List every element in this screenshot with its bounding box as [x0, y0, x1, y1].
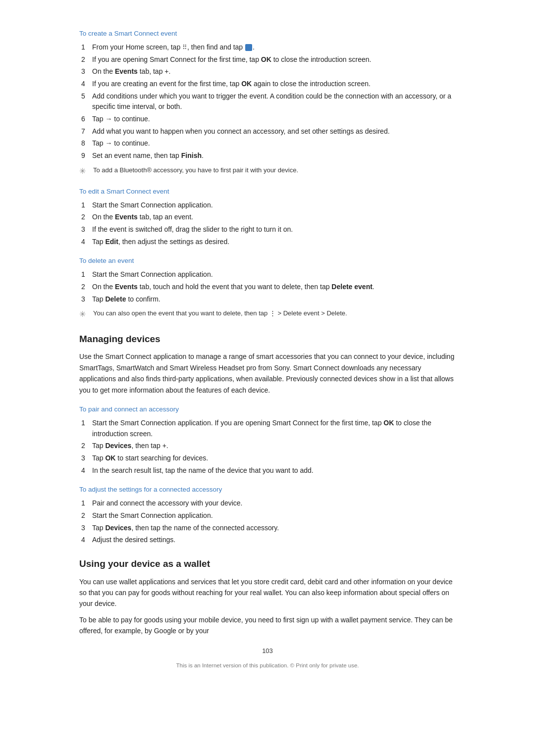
- tip-icon: ✳: [79, 308, 89, 321]
- create-event-tip: ✳ To add a Bluetooth® accessory, you hav…: [79, 165, 456, 178]
- managing-devices-section: Managing devices Use the Smart Connect a…: [79, 332, 456, 396]
- wallet-section: Using your device as a wallet You can us…: [79, 556, 456, 636]
- create-event-title: To create a Smart Connect event: [79, 29, 456, 39]
- delete-event-section: To delete an event 1 Start the Smart Con…: [79, 256, 456, 321]
- list-item: 3 If the event is switched off, drag the…: [79, 224, 456, 235]
- edit-event-title: To edit a Smart Connect event: [79, 187, 456, 197]
- wallet-para1: You can use wallet applications and serv…: [79, 576, 456, 609]
- footer-note: This is an Internet version of this publ…: [79, 661, 456, 670]
- list-item: 2 Start the Smart Connection application…: [79, 510, 456, 521]
- list-item: 1 Start the Smart Connection application…: [79, 269, 456, 280]
- list-item: 4 In the search result list, tap the nam…: [79, 465, 456, 476]
- list-item: 1 Start the Smart Connection application…: [79, 418, 456, 439]
- managing-devices-body: Use the Smart Connect application to man…: [79, 351, 456, 396]
- list-item: 1 Pair and connect the accessory with yo…: [79, 498, 456, 509]
- wallet-para2: To be able to pay for goods using your m…: [79, 614, 456, 637]
- delete-event-title: To delete an event: [79, 256, 456, 266]
- list-item: 5 Add conditions under which you want to…: [79, 91, 456, 112]
- list-item: 8 Tap → to continue.: [79, 138, 456, 149]
- pair-accessory-section: To pair and connect an accessory 1 Start…: [79, 404, 456, 476]
- managing-devices-heading: Managing devices: [79, 332, 456, 346]
- delete-event-steps: 1 Start the Smart Connection application…: [79, 269, 456, 304]
- list-item: 3 Tap Devices, then tap the name of the …: [79, 523, 456, 534]
- list-item: 1 Start the Smart Connection application…: [79, 200, 456, 211]
- tip-icon: ✳: [79, 165, 89, 178]
- list-item: 4 If you are creating an event for the f…: [79, 79, 456, 90]
- delete-event-tip: ✳ You can also open the event that you w…: [79, 308, 456, 321]
- pair-accessory-steps: 1 Start the Smart Connection application…: [79, 418, 456, 476]
- adjust-settings-title: To adjust the settings for a connected a…: [79, 485, 456, 495]
- page-number: 103: [79, 646, 456, 656]
- create-event-section: To create a Smart Connect event 1 From y…: [79, 29, 456, 178]
- list-item: 4 Adjust the desired settings.: [79, 535, 456, 546]
- app-icon: [245, 44, 252, 51]
- list-item: 3 Tap Delete to confirm.: [79, 294, 456, 305]
- list-item: 3 On the Events tab, tap +.: [79, 66, 456, 77]
- list-item: 2 On the Events tab, tap an event.: [79, 212, 456, 223]
- adjust-settings-steps: 1 Pair and connect the accessory with yo…: [79, 498, 456, 546]
- list-item: 9 Set an event name, then tap Finish.: [79, 151, 456, 161]
- list-item: 6 Tap → to continue.: [79, 114, 456, 125]
- edit-event-steps: 1 Start the Smart Connection application…: [79, 200, 456, 248]
- list-item: 2 If you are opening Smart Connect for t…: [79, 54, 456, 65]
- list-item: 1 From your Home screen, tap ⠿, then fin…: [79, 42, 456, 53]
- create-event-steps: 1 From your Home screen, tap ⠿, then fin…: [79, 42, 456, 161]
- wallet-heading: Using your device as a wallet: [79, 556, 456, 571]
- edit-event-section: To edit a Smart Connect event 1 Start th…: [79, 187, 456, 248]
- grid-icon: ⠿: [182, 43, 187, 52]
- list-item: 3 Tap OK to start searching for devices.: [79, 453, 456, 464]
- list-item: 2 On the Events tab, touch and hold the …: [79, 282, 456, 293]
- list-item: 2 Tap Devices, then tap +.: [79, 441, 456, 452]
- pair-accessory-title: To pair and connect an accessory: [79, 404, 456, 415]
- list-item: 7 Add what you want to happen when you c…: [79, 126, 456, 137]
- adjust-settings-section: To adjust the settings for a connected a…: [79, 485, 456, 546]
- list-item: 4 Tap Edit, then adjust the settings as …: [79, 237, 456, 248]
